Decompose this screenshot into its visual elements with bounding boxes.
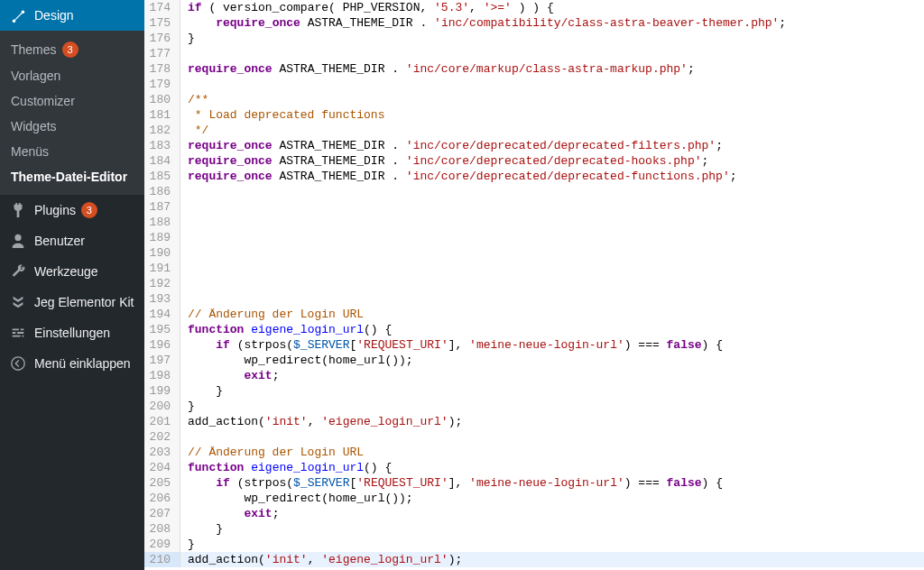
code-content[interactable]: add_action('init', 'eigene_login_url'); xyxy=(180,414,924,429)
code-content[interactable]: } xyxy=(180,537,924,552)
code-content[interactable]: } xyxy=(180,399,924,414)
code-content[interactable]: require_once ASTRA_THEME_DIR . 'inc/core… xyxy=(180,138,924,153)
code-line[interactable]: 193 xyxy=(144,291,924,307)
submenu-item-men-s[interactable]: Menüs xyxy=(0,139,144,164)
line-number: 203 xyxy=(144,445,180,460)
sidebar-item-benutzer[interactable]: Benutzer xyxy=(0,225,144,256)
code-line[interactable]: 200} xyxy=(144,399,924,414)
sidebar-item-plugins[interactable]: Plugins3 xyxy=(0,195,144,225)
code-content[interactable]: */ xyxy=(180,123,924,138)
code-content[interactable] xyxy=(180,429,924,445)
code-content[interactable] xyxy=(180,199,924,215)
code-content[interactable]: function eigene_login_url() { xyxy=(180,460,924,475)
sidebar-top-design[interactable]: Design xyxy=(0,0,144,31)
submenu-item-widgets[interactable]: Widgets xyxy=(0,114,144,139)
code-content[interactable]: } xyxy=(180,31,924,46)
code-line[interactable]: 209} xyxy=(144,537,924,552)
code-content[interactable] xyxy=(180,261,924,276)
code-line[interactable]: 207 exit; xyxy=(144,506,924,521)
code-line[interactable]: 201add_action('init', 'eigene_login_url'… xyxy=(144,414,924,429)
code-content[interactable]: wp_redirect(home_url()); xyxy=(180,491,924,506)
submenu-item-theme-datei-editor[interactable]: Theme-Datei-Editor xyxy=(0,164,144,189)
code-content[interactable] xyxy=(180,215,924,230)
code-content[interactable]: // Änderung der Login URL xyxy=(180,307,924,322)
code-line[interactable]: 187 xyxy=(144,199,924,215)
line-number: 193 xyxy=(144,291,180,307)
code-content[interactable]: function eigene_login_url() { xyxy=(180,322,924,337)
code-line[interactable]: 183require_once ASTRA_THEME_DIR . 'inc/c… xyxy=(144,138,924,153)
code-line[interactable]: 199 } xyxy=(144,383,924,399)
code-line[interactable]: 186 xyxy=(144,184,924,199)
code-content[interactable] xyxy=(180,184,924,199)
code-line[interactable]: 196 if (strpos($_SERVER['REQUEST_URI'], … xyxy=(144,337,924,353)
code-content[interactable]: require_once ASTRA_THEME_DIR . 'inc/core… xyxy=(180,169,924,184)
code-content[interactable]: add_action('init', 'eigene_login_url'); xyxy=(180,552,924,567)
sidebar-top-label: Design xyxy=(34,8,74,23)
code-line[interactable]: 210add_action('init', 'eigene_login_url'… xyxy=(144,552,924,567)
submenu-item-customizer[interactable]: Customizer xyxy=(0,88,144,114)
code-line[interactable]: 198 exit; xyxy=(144,368,924,383)
code-line[interactable]: 188 xyxy=(144,215,924,230)
submenu-item-vorlagen[interactable]: Vorlagen xyxy=(0,63,144,88)
code-content[interactable]: } xyxy=(180,383,924,399)
code-content[interactable]: exit; xyxy=(180,368,924,383)
line-number: 182 xyxy=(144,123,180,138)
sidebar-item-label: Einstellungen xyxy=(34,326,110,340)
sidebar-item-jeg-elementor-kit[interactable]: Jeg Elementor Kit xyxy=(0,287,144,317)
code-line[interactable]: 185require_once ASTRA_THEME_DIR . 'inc/c… xyxy=(144,169,924,184)
code-line[interactable]: 208 } xyxy=(144,521,924,537)
code-content[interactable]: if ( version_compare( PHP_VERSION, '5.3'… xyxy=(180,0,924,15)
code-content[interactable] xyxy=(180,276,924,291)
code-content[interactable]: /** xyxy=(180,92,924,107)
code-content[interactable]: if (strpos($_SERVER['REQUEST_URI'], 'mei… xyxy=(180,475,924,491)
code-content[interactable]: require_once ASTRA_THEME_DIR . 'inc/comp… xyxy=(180,15,924,31)
code-content[interactable]: require_once ASTRA_THEME_DIR . 'inc/core… xyxy=(180,61,924,77)
code-content[interactable]: * Load deprecated functions xyxy=(180,107,924,123)
sidebar-item-werkzeuge[interactable]: Werkzeuge xyxy=(0,256,144,287)
code-line[interactable]: 203// Änderung der Login URL xyxy=(144,445,924,460)
code-content[interactable]: // Änderung der Login URL xyxy=(180,445,924,460)
code-line[interactable]: 195function eigene_login_url() { xyxy=(144,322,924,337)
code-line[interactable]: 191 xyxy=(144,261,924,276)
code-line[interactable]: 202 xyxy=(144,429,924,445)
code-content[interactable]: } xyxy=(180,521,924,537)
code-line[interactable]: 205 if (strpos($_SERVER['REQUEST_URI'], … xyxy=(144,475,924,491)
code-content[interactable] xyxy=(180,77,924,92)
code-line[interactable]: 176} xyxy=(144,31,924,46)
code-line[interactable]: 204function eigene_login_url() { xyxy=(144,460,924,475)
code-content[interactable] xyxy=(180,291,924,307)
code-line[interactable]: 184require_once ASTRA_THEME_DIR . 'inc/c… xyxy=(144,153,924,169)
code-line[interactable]: 181 * Load deprecated functions xyxy=(144,107,924,123)
code-line[interactable]: 190 xyxy=(144,245,924,261)
code-line[interactable]: 182 */ xyxy=(144,123,924,138)
line-number: 190 xyxy=(144,245,180,261)
submenu-item-themes[interactable]: Themes3 xyxy=(0,36,144,63)
code-line[interactable]: 178require_once ASTRA_THEME_DIR . 'inc/c… xyxy=(144,61,924,77)
plug-icon xyxy=(9,202,27,218)
line-number: 201 xyxy=(144,414,180,429)
sidebar-item-men-einklappen[interactable]: Menü einklappen xyxy=(0,348,144,379)
code-line[interactable]: 177 xyxy=(144,46,924,61)
code-content[interactable]: require_once ASTRA_THEME_DIR . 'inc/core… xyxy=(180,153,924,169)
code-line[interactable]: 194// Änderung der Login URL xyxy=(144,307,924,322)
code-line[interactable]: 206 wp_redirect(home_url()); xyxy=(144,491,924,506)
line-number: 187 xyxy=(144,199,180,215)
code-content[interactable]: wp_redirect(home_url()); xyxy=(180,353,924,368)
line-number: 206 xyxy=(144,491,180,506)
code-content[interactable]: if (strpos($_SERVER['REQUEST_URI'], 'mei… xyxy=(180,337,924,353)
code-editor[interactable]: 174if ( version_compare( PHP_VERSION, '5… xyxy=(144,0,924,570)
code-content[interactable] xyxy=(180,230,924,245)
code-line[interactable]: 197 wp_redirect(home_url()); xyxy=(144,353,924,368)
sidebar-item-label: Jeg Elementor Kit xyxy=(34,295,134,309)
code-line[interactable]: 180/** xyxy=(144,92,924,107)
code-content[interactable]: exit; xyxy=(180,506,924,521)
code-content[interactable] xyxy=(180,46,924,61)
code-line[interactable]: 189 xyxy=(144,230,924,245)
svg-point-0 xyxy=(12,357,24,370)
code-content[interactable] xyxy=(180,245,924,261)
code-line[interactable]: 192 xyxy=(144,276,924,291)
code-line[interactable]: 174if ( version_compare( PHP_VERSION, '5… xyxy=(144,0,924,15)
code-line[interactable]: 179 xyxy=(144,77,924,92)
code-line[interactable]: 175 require_once ASTRA_THEME_DIR . 'inc/… xyxy=(144,15,924,31)
sidebar-item-einstellungen[interactable]: Einstellungen xyxy=(0,317,144,348)
